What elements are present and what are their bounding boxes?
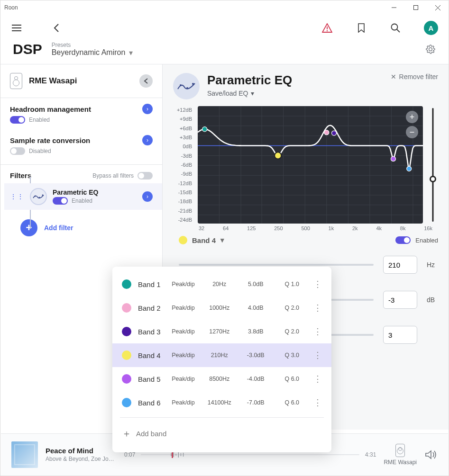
frequency-slider[interactable] <box>179 264 374 266</box>
more-icon[interactable]: ⋮ <box>313 326 322 337</box>
svg-point-46 <box>391 156 395 161</box>
band-dropdown[interactable]: Band 1 Peak/dip 20Hz 5.0dB Q 1.0 ⋮ Band … <box>112 267 331 452</box>
band-dropdown-item[interactable]: Band 3 Peak/dip 1270Hz 3.8dB Q 2.0 ⋮ <box>112 320 331 343</box>
band-freq: 8500Hz <box>205 376 235 382</box>
svg-point-13 <box>39 197 40 198</box>
svg-rect-1 <box>414 6 418 10</box>
preset-value: Beyerdynamic Amiron <box>52 48 126 57</box>
band-gain: 3.8dB <box>241 328 271 335</box>
window-close-button[interactable] <box>427 0 449 15</box>
chevron-down-icon: ▾ <box>220 236 224 244</box>
bookmark-icon[interactable] <box>356 22 367 34</box>
alert-icon[interactable] <box>321 22 333 34</box>
album-art[interactable] <box>11 441 38 468</box>
eq-chart[interactable]: + − <box>198 106 423 224</box>
band-color-dot <box>122 327 131 336</box>
chevron-right-icon[interactable]: › <box>142 191 153 202</box>
band-type: Peak/dip <box>172 281 198 287</box>
bypass-all-toggle[interactable]: Bypass all filters <box>92 172 153 180</box>
band-gain: 4.0dB <box>241 305 271 311</box>
dsp-header: DSP Presets Beyerdynamic Amiron ▾ <box>0 41 449 64</box>
window-minimize-button[interactable] <box>383 0 405 15</box>
peq-title: Parametric EQ <box>207 73 292 88</box>
chevron-right-icon[interactable]: › <box>142 104 153 114</box>
src-title: Sample rate conversion <box>10 136 90 144</box>
band-type: Peak/dip <box>172 376 198 382</box>
gear-icon[interactable] <box>425 44 436 55</box>
src-toggle[interactable] <box>10 147 25 155</box>
unit-db: dB <box>427 296 438 304</box>
collapse-icon[interactable] <box>139 74 153 88</box>
hamburger-icon[interactable] <box>11 22 22 34</box>
add-band-button[interactable]: ＋ Add band <box>112 421 331 447</box>
device-name: RME Wasapi <box>29 76 133 86</box>
zoom-in-button[interactable]: + <box>406 111 418 123</box>
band-enabled-toggle[interactable] <box>395 236 411 244</box>
zoom-out-button[interactable]: − <box>406 126 418 138</box>
band-selector-label: Band 4 <box>192 236 216 244</box>
band-name: Band 4 <box>138 351 165 359</box>
svg-point-14 <box>42 195 44 196</box>
band-type: Peak/dip <box>172 352 198 359</box>
more-icon[interactable]: ⋮ <box>313 279 322 289</box>
plus-icon: ＋ <box>122 427 131 440</box>
headroom-title: Headroom management <box>10 105 91 113</box>
band-dropdown-item[interactable]: Band 1 Peak/dip 20Hz 5.0dB Q 1.0 ⋮ <box>112 272 331 296</box>
app-title: Roon <box>4 4 18 11</box>
speaker-icon <box>10 73 22 89</box>
add-band-label: Add band <box>136 430 166 438</box>
zone-selector[interactable]: RME Wasapi <box>384 444 417 466</box>
svg-line-11 <box>397 29 400 32</box>
band-color-dot <box>122 303 131 313</box>
band-selector[interactable]: Band 4 ▾ Enabled <box>173 231 438 247</box>
band-freq: 20Hz <box>205 281 235 287</box>
add-filter-button[interactable]: + Add filter <box>4 210 162 246</box>
svg-point-12 <box>35 196 36 197</box>
headroom-row[interactable]: Headroom management › Enabled <box>0 98 162 129</box>
volume-icon[interactable] <box>424 448 438 461</box>
filter-toggle[interactable] <box>53 197 68 205</box>
q-input[interactable] <box>383 326 417 344</box>
band-gain: 5.0dB <box>241 281 271 287</box>
back-icon[interactable] <box>51 22 62 34</box>
src-row[interactable]: Sample rate conversion › Disabled <box>0 129 162 161</box>
add-filter-label: Add filter <box>44 224 73 232</box>
more-icon[interactable]: ⋮ <box>313 397 322 408</box>
band-dropdown-item[interactable]: Band 2 Peak/dip 1000Hz 4.0dB Q 2.0 ⋮ <box>112 296 331 320</box>
speaker-icon <box>395 444 405 457</box>
drag-handle-icon[interactable]: ⋮⋮ <box>10 193 24 200</box>
zone-name: RME Wasapi <box>384 459 417 466</box>
gain-input[interactable] <box>383 291 417 309</box>
band-name: Band 3 <box>138 328 165 336</box>
chevron-right-icon[interactable]: › <box>142 135 153 145</box>
headroom-toggle[interactable] <box>10 116 25 124</box>
band-color-dot <box>122 374 131 384</box>
more-icon[interactable]: ⋮ <box>313 374 322 384</box>
filter-item-parametric-eq[interactable]: ⋮⋮ Parametric EQ Enabled › <box>4 183 162 210</box>
save-load-button[interactable]: Save/load EQ ▾ <box>207 90 292 97</box>
preset-selector[interactable]: Presets Beyerdynamic Amiron ▾ <box>52 42 133 57</box>
remove-filter-button[interactable]: ✕ Remove filter <box>391 73 438 81</box>
band-dropdown-item[interactable]: Band 6 Peak/dip 14100Hz -7.0dB Q 6.0 ⋮ <box>112 391 331 414</box>
band-name: Band 5 <box>138 375 165 383</box>
band-q: Q 2.0 <box>277 328 307 335</box>
frequency-input[interactable] <box>383 256 417 274</box>
band-gain: -3.0dB <box>241 352 271 359</box>
more-icon[interactable]: ⋮ <box>313 303 322 313</box>
filters-heading: Filters <box>10 171 31 180</box>
avatar[interactable]: A <box>424 21 438 35</box>
more-icon[interactable]: ⋮ <box>313 350 322 360</box>
search-icon[interactable] <box>390 22 401 34</box>
plus-icon: + <box>20 219 37 236</box>
bypass-switch[interactable] <box>137 172 153 180</box>
band-dropdown-item[interactable]: Band 4 Peak/dip 210Hz -3.0dB Q 3.0 ⋮ <box>112 343 331 367</box>
band-freq: 14100Hz <box>205 399 235 406</box>
vertical-slider[interactable] <box>428 106 438 224</box>
window-maximize-button[interactable] <box>405 0 427 15</box>
band-name: Band 1 <box>138 280 165 288</box>
band-type: Peak/dip <box>172 399 198 406</box>
band-freq: 210Hz <box>205 352 235 359</box>
band-name: Band 6 <box>138 399 165 407</box>
band-dropdown-item[interactable]: Band 5 Peak/dip 8500Hz -4.0dB Q 6.0 ⋮ <box>112 367 331 391</box>
filter-name: Parametric EQ <box>53 189 99 196</box>
